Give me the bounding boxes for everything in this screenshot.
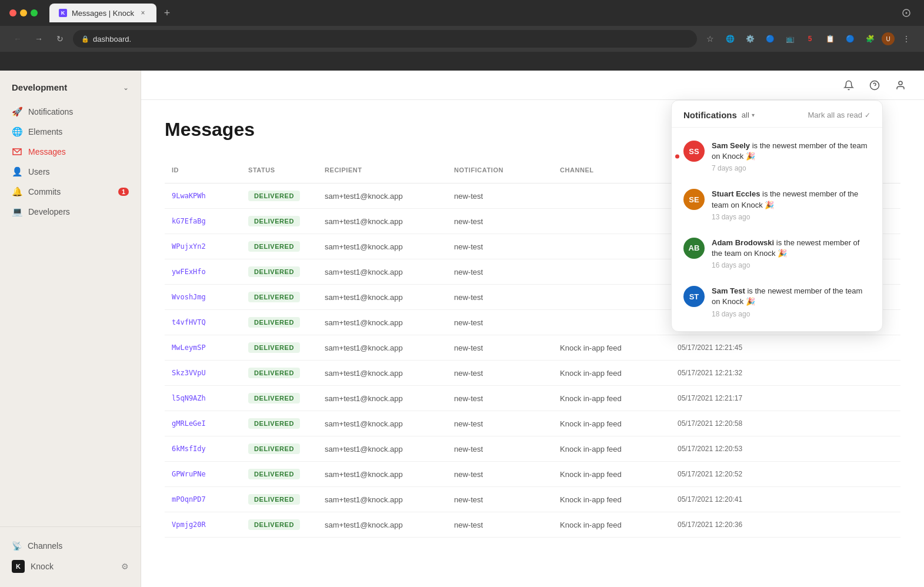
cell-notification: new-test (447, 412, 553, 435)
sidebar-developers-label: Developers (28, 207, 70, 216)
col-id: ID (165, 162, 241, 178)
notif-item[interactable]: AB Adam Brodowski is the newest member o… (672, 229, 882, 278)
cell-status: DELIVERED (241, 234, 318, 259)
notif-avatar: AB (683, 238, 705, 259)
tab-title: Messages | Knock (72, 9, 134, 18)
notif-filter-chevron-icon: ▾ (752, 112, 755, 118)
cell-id: Skz3VVpU (165, 362, 241, 384)
cell-status: DELIVERED (241, 335, 318, 360)
minimize-button[interactable] (20, 9, 27, 16)
ext-4-icon[interactable]: 📺 (782, 31, 798, 47)
cell-id: WvoshJmg (165, 286, 241, 308)
browser-menu-dots[interactable]: ⋮ (898, 31, 915, 47)
reload-button[interactable]: ↻ (52, 31, 68, 47)
cell-id: gMRLeGeI (165, 412, 241, 435)
notif-list: SS Sam Seely is the newest member of the… (672, 128, 882, 331)
ext-2-icon[interactable]: ⚙️ (742, 31, 758, 47)
cell-id: Vpmjg20R (165, 513, 241, 536)
sidebar-bottom: 📡 Channels K Knock ⚙ (0, 526, 141, 587)
cell-id: 9LwaKPWh (165, 185, 241, 207)
notif-filter-dropdown[interactable]: all ▾ (742, 111, 755, 119)
ext-6-icon[interactable]: 📋 (822, 31, 838, 47)
cell-status: DELIVERED (241, 436, 318, 461)
notif-item[interactable]: SE Stuart Eccles is the newest member of… (672, 181, 882, 229)
sidebar-item-users[interactable]: 👤 Users (0, 162, 141, 182)
notif-item[interactable]: ST Sam Test is the newest member of the … (672, 278, 882, 326)
bookmark-icon[interactable]: ☆ (702, 31, 718, 47)
cell-status: DELIVERED (241, 411, 318, 436)
status-badge: DELIVERED (248, 342, 300, 353)
new-tab-button[interactable]: + (159, 5, 175, 21)
sidebar-commits-label: Commits (28, 187, 61, 196)
cell-channel: Knock in-app feed (553, 362, 671, 385)
cell-notification: new-test (447, 261, 553, 284)
sidebar-knock-label: Knock (31, 562, 54, 571)
ext-7-icon[interactable]: 🔵 (842, 31, 858, 47)
cell-recipient: sam+test1@knock.app (318, 438, 447, 461)
table-row[interactable]: gMRLeGeI DELIVERED sam+test1@knock.app n… (165, 411, 900, 436)
sidebar-item-elements[interactable]: 🌐 Elements (0, 122, 141, 142)
table-row[interactable]: 6kMsfIdy DELIVERED sam+test1@knock.app n… (165, 436, 900, 462)
ext-1-icon[interactable]: 🌐 (722, 31, 738, 47)
sidebar-item-knock[interactable]: K Knock ⚙ (12, 555, 129, 578)
users-icon: 👤 (12, 166, 22, 177)
cell-channel (553, 265, 671, 279)
settings-icon[interactable]: ⚙ (121, 562, 129, 571)
ext-8-icon[interactable]: 🧩 (862, 31, 878, 47)
ext-3-icon[interactable]: 🔵 (762, 31, 778, 47)
notif-author: Sam Seely (712, 141, 750, 150)
mark-all-read-button[interactable]: Mark all as read ✓ (808, 111, 870, 119)
user-profile-icon[interactable] (891, 76, 910, 95)
notif-item[interactable]: SS Sam Seely is the newest member of the… (672, 132, 882, 181)
cell-created: 05/17/2021 12:21:17 (671, 387, 765, 409)
help-icon[interactable] (865, 76, 884, 95)
knock-left: K Knock (12, 560, 54, 573)
table-row[interactable]: mPOqnPD7 DELIVERED sam+test1@knock.app n… (165, 487, 900, 512)
maximize-button[interactable] (31, 9, 38, 16)
notif-text: Sam Seely is the newest member of the te… (712, 141, 870, 162)
sidebar-item-channels[interactable]: 📡 Channels (12, 536, 129, 555)
table-row[interactable]: Skz3VVpU DELIVERED sam+test1@knock.app n… (165, 361, 900, 386)
sidebar-elements-label: Elements (28, 127, 62, 136)
cell-notification: new-test (447, 311, 553, 334)
cell-recipient: sam+test1@knock.app (318, 412, 447, 435)
top-bar (141, 71, 924, 100)
status-badge: DELIVERED (248, 241, 300, 252)
sidebar-header: Development ⌄ (0, 71, 141, 99)
cell-status: DELIVERED (241, 386, 318, 411)
app: Development ⌄ 🚀 Notifications 🌐 Elements… (0, 71, 924, 587)
tab-close-button[interactable]: × (139, 9, 147, 17)
back-button[interactable]: ← (9, 31, 26, 47)
notif-body: Adam Brodowski is the newest member of t… (712, 238, 870, 269)
address-bar[interactable]: 🔒 dashboard. (73, 30, 697, 48)
notifications-bell-icon[interactable] (839, 76, 858, 95)
cell-id: kG7EfaBg (165, 210, 241, 232)
sidebar-item-commits[interactable]: 🔔 Commits 1 (0, 182, 141, 202)
table-row[interactable]: GPWruPNe DELIVERED sam+test1@knock.app n… (165, 462, 900, 487)
ext-5-icon[interactable]: 5 (802, 31, 818, 47)
table-row[interactable]: l5qN9AZh DELIVERED sam+test1@knock.app n… (165, 386, 900, 411)
cell-created: 05/17/2021 12:20:36 (671, 513, 765, 536)
browser-menu-button[interactable] (898, 5, 915, 21)
cell-notification: new-test (447, 513, 553, 536)
svg-point-4 (899, 81, 902, 85)
cell-channel: Knock in-app feed (553, 488, 671, 511)
status-badge: DELIVERED (248, 216, 300, 226)
active-tab[interactable]: K Messages | Knock × (49, 4, 156, 22)
sidebar-item-notifications[interactable]: 🚀 Notifications (0, 102, 141, 122)
table-row[interactable]: MwLeymSP DELIVERED sam+test1@knock.app n… (165, 335, 900, 361)
sidebar-item-developers[interactable]: 💻 Developers (0, 202, 141, 222)
col-recipient: RECIPIENT (318, 162, 447, 178)
table-row[interactable]: Vpmjg20R DELIVERED sam+test1@knock.app n… (165, 512, 900, 538)
status-badge: DELIVERED (248, 418, 300, 429)
cell-recipient: sam+test1@knock.app (318, 210, 447, 233)
status-badge: DELIVERED (248, 266, 300, 277)
notif-popover-title: Notifications (683, 110, 737, 120)
sidebar-item-messages[interactable]: Messages (0, 142, 141, 162)
forward-button[interactable]: → (31, 31, 47, 47)
close-button[interactable] (9, 9, 16, 16)
sidebar-chevron-icon[interactable]: ⌄ (123, 84, 129, 92)
cell-status: DELIVERED (241, 361, 318, 385)
notif-time: 16 days ago (712, 261, 870, 269)
user-avatar[interactable]: U (882, 32, 895, 45)
